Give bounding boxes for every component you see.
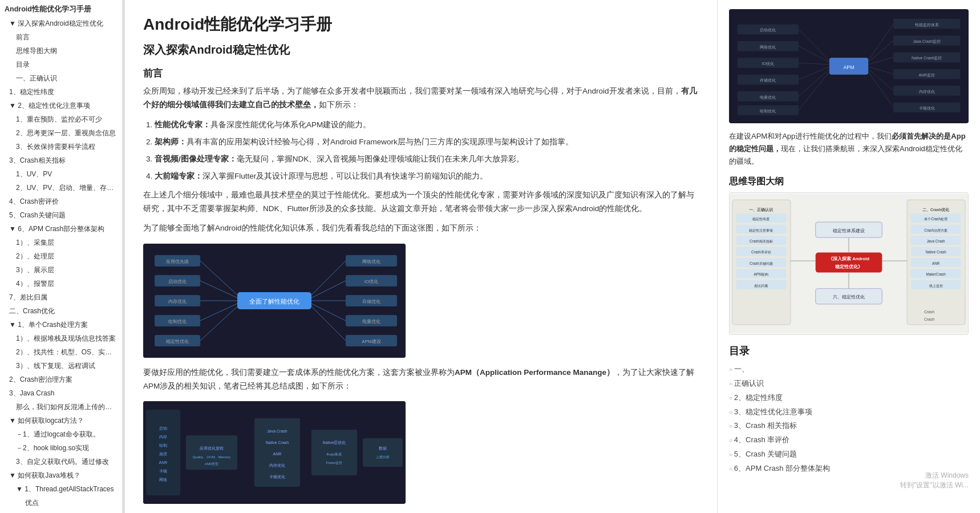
sidebar-item-apm-crash-2[interactable]: 2）、处理层 — [0, 249, 122, 263]
svg-text:差比归属: 差比归属 — [754, 284, 768, 288]
apm-diagram: 启动 内存 绘制 崩溃 ANR 卡顿 网络 应用优化度程 Quality、OOM… — [143, 401, 406, 504]
svg-text:Java Crash: Java Crash — [927, 239, 945, 243]
svg-text:Crash治理方案: Crash治理方案 — [924, 228, 947, 232]
toc-item-6[interactable]: 4、Crash 率评价 — [729, 433, 969, 447]
svg-text:存储优化: 存储优化 — [362, 299, 380, 304]
para2: 在上述几个细分领域中，最难也最具技术壁垒的莫过于性能优化。要想成为一个顶尖的性能… — [143, 188, 699, 216]
sidebar-item-attribution[interactable]: 7、差比归属 — [0, 290, 122, 304]
sidebar-item-correct-understanding[interactable]: 一、正确认识 — [0, 71, 122, 85]
svg-text:内存: 内存 — [159, 435, 167, 439]
svg-text:应用优化度程: 应用优化度程 — [200, 446, 224, 450]
svg-text:Native Crash: Native Crash — [925, 251, 946, 255]
svg-text:六、稳定性优化: 六、稳定性优化 — [833, 295, 865, 300]
toc-item-7[interactable]: 5、Crash 关键问题 — [729, 447, 969, 462]
toc-item-2[interactable]: 正确认识 — [729, 377, 969, 391]
sidebar-item-crash-metric[interactable]: 3、Crash相关指标 — [0, 154, 122, 167]
sidebar-item-java-stack-1[interactable]: ▼ 1、Thread.getAllStackTraces — [0, 482, 122, 496]
right-panel: APM 性能监控体系 Java Crash监控 Native Crash监控 A… — [718, 0, 980, 513]
svg-text:稳定性注意事项: 稳定性注意事项 — [749, 228, 773, 232]
toc-item-8[interactable]: 6、APM Crash 部分整体架构 — [729, 462, 969, 476]
sidebar-item-java-stack[interactable]: ▼ 如何获取Java堆栈？ — [0, 468, 122, 482]
sidebar-item-java-stack-1-con[interactable]: 缺点 — [0, 510, 122, 513]
svg-text:ANR: ANR — [159, 461, 168, 464]
sidebar-item-stability-1[interactable]: 1、稳定性纬度 — [0, 85, 122, 99]
svg-text:IO优化: IO优化 — [762, 62, 774, 66]
sidebar-item-logcat-2[interactable]: －2、hook liblog.so实现 — [0, 441, 122, 455]
right-top-mindmap: APM 性能监控体系 Java Crash监控 Native Crash监控 A… — [729, 9, 969, 123]
sidebar-item-preface[interactable]: 前言 — [0, 30, 122, 44]
svg-text:上报分析: 上报分析 — [376, 455, 390, 459]
svg-text:ANR: ANR — [932, 261, 940, 265]
sidebar-item-apm-crash-4[interactable]: 4）、报警层 — [0, 277, 122, 290]
svg-text:Crash率评价: Crash率评价 — [751, 251, 771, 255]
toc-item-3[interactable]: 2、稳定性纬度 — [729, 391, 969, 405]
svg-text:稳定性优化》: 稳定性优化》 — [835, 264, 862, 269]
svg-text:启动: 启动 — [159, 426, 167, 430]
sidebar-item-apm-crash-1[interactable]: 1）、采集层 — [0, 236, 122, 249]
sidebar-item-crash-metric-2[interactable]: 2、UV、PV、启动、增量、存量C — [0, 181, 122, 195]
svg-text:稳定性纬度: 稳定性纬度 — [752, 217, 770, 221]
sidebar-item-single-crash[interactable]: ▼ 1、单个Crash处理方案 — [0, 318, 122, 332]
svg-text:内存优化: 内存优化 — [269, 463, 285, 467]
svg-text:稳定性体系建设: 稳定性体系建设 — [833, 228, 865, 233]
sidebar-item-mindmap[interactable]: 思维导图大纲 — [0, 44, 122, 58]
sidebar-item-stability-2-3[interactable]: 3、长效保持需要科学流程 — [0, 140, 122, 154]
svg-text:Java Crash监控: Java Crash监控 — [913, 39, 941, 43]
toc-item-1[interactable]: 一、 — [729, 362, 969, 377]
svg-text:数据: 数据 — [379, 446, 387, 450]
svg-rect-56 — [363, 438, 403, 467]
sidebar-item-single-crash-2[interactable]: 2）、找共性：机型、OS、实验开 — [0, 345, 122, 359]
sidebar-item-logcat-3[interactable]: 3、自定义获取代码。通过修改 — [0, 455, 122, 468]
svg-text:稳定性优化: 稳定性优化 — [166, 339, 189, 344]
mindmap-diagram-1: 全面了解性能优化 应用优先级 启动优化 内存优化 绘制优化 稳定性优化 网络优化 — [143, 244, 406, 358]
sidebar-item-stability-2[interactable]: ▼ 2、稳定性优化注意事项 — [0, 99, 122, 112]
svg-text:Quality、OOM、Memory: Quality、OOM、Memory — [193, 455, 231, 459]
sidebar-item-root[interactable]: Android性能优化学习手册 — [0, 2, 122, 17]
sidebar-item-crash-key[interactable]: 5、Crash关键问题 — [0, 208, 122, 222]
sidebar-item-java-crash-desc[interactable]: 那么，我们如何反混淆上传的堆栈 — [0, 400, 122, 414]
toc-item-4[interactable]: 3、稳定性优化注意事项 — [729, 405, 969, 419]
sidebar: Android性能优化学习手册▼ 深入探索Android稳定性优化前言思维导图大… — [0, 0, 123, 513]
right-para1: 在建设APM和对App进行性能优化的过程中，我们必须首先解决的是App的稳定性问… — [729, 130, 969, 168]
main-content: Android性能优化学习手册 深入探索Android稳定性优化 前言 众所周知… — [125, 0, 718, 513]
sidebar-item-crash-eval[interactable]: 4、Crash密评价 — [0, 195, 122, 208]
svg-text:Crash: Crash — [924, 310, 934, 314]
sidebar-item-logcat-1[interactable]: －1、通过logcat命令获取。 — [0, 427, 122, 441]
svg-text:卡顿: 卡顿 — [159, 469, 167, 473]
svg-text:卡顿优化: 卡顿优化 — [919, 106, 935, 110]
sidebar-item-crash-opt[interactable]: 二、Crash优化 — [0, 304, 122, 318]
svg-text:Bugly集成: Bugly集成 — [326, 453, 342, 456]
specialty-list: 性能优化专家：具备深度性能优化与体系化APM建设的能力。 架构师：具有丰富的应用… — [155, 118, 699, 184]
svg-text:ANR: ANR — [273, 452, 282, 456]
svg-text:Flutter监控: Flutter监控 — [326, 461, 342, 464]
svg-text:APM建设: APM建设 — [362, 339, 380, 344]
toc-title: 目录 — [729, 344, 969, 358]
sidebar-item-java-stack-1-pro[interactable]: 优点 — [0, 496, 122, 510]
right-large-mindmap: 《深入探索 Android 稳定性优化》 一、正确认识 稳定性纬度 稳定性注意事… — [729, 192, 969, 335]
toc-item-5[interactable]: 3、Crash 相关指标 — [729, 419, 969, 433]
svg-text:线上监控: 线上监控 — [929, 284, 943, 288]
svg-text:MakerCrash: MakerCrash — [926, 273, 946, 277]
toc-list: 一、 正确认识 2、稳定性纬度 3、稳定性优化注意事项 3、Crash 相关指标… — [729, 362, 969, 475]
svg-text:Native Crash监控: Native Crash监控 — [912, 56, 942, 60]
sidebar-item-apm-crash-3[interactable]: 3）、展示层 — [0, 263, 122, 277]
svg-text:网络优化: 网络优化 — [362, 259, 380, 264]
svg-text:ANR类型: ANR类型 — [205, 462, 219, 466]
svg-text:应用优先级: 应用优先级 — [166, 259, 189, 264]
sidebar-item-java-crash[interactable]: 3、Java Crash — [0, 386, 122, 400]
svg-text:Crash相关指标: Crash相关指标 — [750, 239, 773, 243]
sidebar-item-crash-metric-1[interactable]: 1、UV、PV — [0, 167, 122, 181]
svg-text:绘制优化: 绘制优化 — [760, 109, 776, 113]
sidebar-item-apm-crash[interactable]: ▼ 6、APM Crash部分整体架构 — [0, 222, 122, 236]
sidebar-item-crash-density[interactable]: 2、Crash密治理方案 — [0, 373, 122, 386]
sidebar-item-stability-2-1[interactable]: 1、重在预防、监控必不可少 — [0, 112, 122, 126]
sidebar-item-stability-2-2[interactable]: 2、思考更深一层、重视舆念信息 — [0, 126, 122, 140]
sidebar-item-logcat-method[interactable]: ▼ 如何获取logcat方法？ — [0, 414, 122, 427]
sidebar-item-section-main[interactable]: ▼ 深入探索Android稳定性优化 — [0, 17, 122, 30]
sidebar-item-toc[interactable]: 目录 — [0, 58, 122, 71]
svg-text:全面了解性能优化: 全面了解性能优化 — [249, 298, 299, 305]
sidebar-item-single-crash-1[interactable]: 1）、根据堆栈及现场信息找答案 — [0, 332, 122, 345]
para4: 要做好应用的性能优化，我们需要建立一套成体系的性能优化方案，这套方案被业界称为A… — [143, 366, 699, 394]
sidebar-item-single-crash-3[interactable]: 3）、线下复现、远程调试 — [0, 359, 122, 373]
svg-text:一、正确认识: 一、正确认识 — [749, 207, 774, 212]
